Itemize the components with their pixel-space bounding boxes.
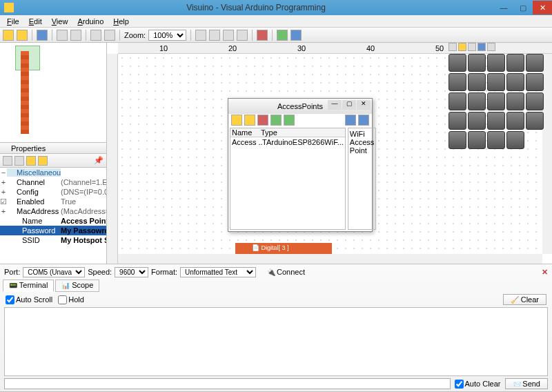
maximize-button[interactable]: ▢ — [513, 1, 533, 14]
dialog-toolbar — [228, 114, 372, 126]
undo-icon[interactable] — [90, 30, 101, 41]
pin-icon[interactable]: 📌 — [94, 156, 103, 165]
port-select[interactable]: COM5 (Unava — [23, 267, 85, 277]
palette-item[interactable] — [487, 92, 505, 110]
titlebar: Visuino - Visual Arduino Programming — ▢… — [0, 0, 552, 15]
pal-list-icon[interactable] — [477, 43, 486, 51]
autoscroll-checkbox[interactable]: Auto Scroll — [6, 295, 52, 304]
dialog-list[interactable]: NameType Access ... TArduinoESP8266WiF..… — [230, 128, 346, 230]
dialog-close-button[interactable]: ✕ — [357, 100, 371, 110]
save-icon[interactable] — [37, 30, 48, 41]
palette-item[interactable] — [506, 92, 524, 110]
send-button[interactable]: 📨 Send — [505, 378, 548, 389]
tab-terminal[interactable]: 📟 Terminal — [3, 280, 54, 292]
accesspoints-dialog: AccessPoints — ▢ ✕ NameType Access ... T… — [228, 98, 373, 232]
grid-icon[interactable] — [57, 30, 68, 41]
palette-item[interactable] — [526, 73, 544, 91]
node-digital[interactable]: 📄 Digital[ 3 ] — [235, 243, 332, 254]
palette-item[interactable] — [487, 54, 505, 72]
palette-item[interactable] — [448, 73, 466, 91]
port-label: Port: — [4, 268, 20, 276]
ruler-vertical — [107, 54, 118, 264]
prop-expand-icon[interactable] — [26, 156, 36, 166]
menu-arduino[interactable]: Arduino — [73, 17, 108, 26]
palette-item[interactable] — [468, 54, 486, 72]
preview-pane[interactable] — [0, 43, 106, 143]
delete-icon[interactable] — [257, 30, 268, 41]
palette-item[interactable] — [468, 92, 486, 110]
new-icon[interactable] — [3, 30, 14, 41]
zoom-sel-icon[interactable] — [237, 30, 248, 41]
palette-item[interactable] — [468, 73, 486, 91]
connect-button[interactable]: 🔌 Connect — [267, 268, 305, 276]
prop-collapse-icon[interactable] — [38, 156, 48, 166]
palette-item[interactable] — [506, 112, 524, 130]
dialog-min-button[interactable]: — — [328, 100, 342, 110]
palette-item[interactable] — [487, 73, 505, 91]
upload-icon[interactable] — [277, 30, 288, 41]
palette-item[interactable] — [506, 73, 524, 91]
pal-search-icon[interactable] — [448, 43, 457, 51]
palette-item[interactable] — [448, 131, 466, 149]
menu-file[interactable]: File — [3, 17, 23, 26]
zoom-out-icon[interactable] — [209, 30, 220, 41]
dlg-fav-icon[interactable] — [244, 115, 255, 126]
tab-scope[interactable]: 📊 Scope — [55, 280, 99, 292]
palette-item[interactable] — [506, 54, 524, 72]
close-button[interactable]: ✕ — [533, 1, 552, 14]
palette-item[interactable] — [468, 112, 486, 130]
palette-item[interactable] — [448, 92, 466, 110]
minimize-button[interactable]: — — [494, 1, 513, 14]
snap-icon[interactable] — [70, 30, 81, 41]
properties-header: Properties — [0, 143, 106, 154]
speed-select[interactable]: 9600 — [115, 267, 148, 277]
menubar: File Edit View Arduino Help — [0, 15, 552, 28]
dialog-palette[interactable]: WiFi Access Point — [348, 128, 376, 230]
zoom-fit-icon[interactable] — [223, 30, 234, 41]
prop-sort-icon[interactable] — [14, 156, 24, 166]
pal-tree-icon[interactable] — [487, 43, 495, 51]
pal-star-icon[interactable] — [458, 43, 466, 51]
palette-item[interactable] — [487, 131, 505, 149]
format-label: Format: — [151, 268, 177, 276]
scrollbar-h[interactable] — [118, 254, 542, 264]
palette-item[interactable] — [526, 54, 544, 72]
palette-item[interactable] — [448, 112, 466, 130]
zoom-in-icon[interactable] — [195, 30, 206, 41]
component-palette — [448, 43, 545, 149]
speed-label: Speed: — [88, 268, 112, 276]
format-select[interactable]: Unformatted Text — [180, 267, 256, 277]
autoclear-checkbox[interactable]: Auto Clear — [455, 380, 501, 389]
menu-help[interactable]: Help — [109, 17, 133, 26]
zoom-select[interactable]: 100% — [148, 30, 186, 41]
panel-close-icon[interactable]: ✕ — [542, 268, 548, 277]
menu-edit[interactable]: Edit — [25, 17, 46, 26]
dialog-max-button[interactable]: ▢ — [342, 100, 356, 110]
dialog-titlebar[interactable]: AccessPoints — ▢ ✕ — [228, 99, 372, 114]
list-item[interactable]: Access ... TArduinoESP8266WiF... — [230, 137, 345, 147]
palette-item[interactable] — [526, 92, 544, 110]
clear-button[interactable]: 🧹 Clear — [503, 294, 546, 305]
pal-cat-icon[interactable] — [468, 43, 476, 51]
hold-checkbox[interactable]: Hold — [58, 295, 84, 304]
terminal-input[interactable] — [4, 378, 451, 389]
prop-cat-icon[interactable] — [3, 156, 12, 166]
zoom-label: Zoom: — [124, 31, 146, 39]
palette-item[interactable] — [506, 131, 524, 149]
dlg-del-icon[interactable] — [257, 115, 268, 126]
palette-item[interactable] — [468, 131, 486, 149]
palette-item[interactable] — [448, 54, 466, 72]
dlg-view1-icon[interactable] — [345, 115, 356, 126]
palette-item[interactable] — [526, 112, 544, 130]
dlg-view2-icon[interactable] — [358, 115, 369, 126]
redo-icon[interactable] — [104, 30, 115, 41]
palette-item[interactable] — [487, 112, 505, 130]
dlg-add-icon[interactable] — [231, 115, 242, 126]
open-icon[interactable] — [17, 30, 28, 41]
arduino-icon[interactable] — [290, 30, 302, 41]
dlg-down-icon[interactable] — [284, 115, 295, 126]
properties-list[interactable]: −Miscellaneous +Channel(Channel=1.Enable… — [0, 168, 106, 264]
terminal-output[interactable] — [4, 307, 548, 376]
dlg-up-icon[interactable] — [270, 115, 282, 126]
menu-view[interactable]: View — [48, 17, 72, 26]
